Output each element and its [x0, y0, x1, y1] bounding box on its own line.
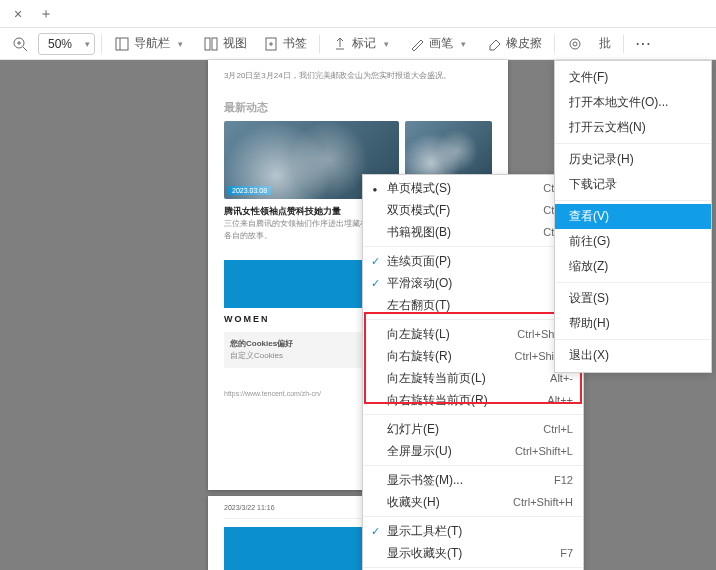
menu-separator	[363, 319, 583, 320]
radio-dot-icon	[367, 181, 383, 195]
menu-item-show-bookmarks[interactable]: 显示书签(M)...F12	[363, 469, 583, 491]
menu-label: 幻灯片(E)	[387, 421, 543, 438]
menu-label: 帮助(H)	[569, 315, 610, 332]
menu-item-rotate-left-current[interactable]: 向左旋转当前页(L)Alt+-	[363, 367, 583, 389]
toolbar-separator	[623, 35, 624, 53]
check-icon	[367, 524, 383, 538]
menu-item-open-cloud[interactable]: 打开云文档(N)	[555, 115, 711, 140]
menu-label: 书籍视图(B)	[387, 224, 543, 241]
menu-item-rotate-left[interactable]: 向左旋转(L)Ctrl+Shift+-	[363, 323, 583, 345]
svg-point-12	[570, 39, 580, 49]
menu-label: 退出(X)	[569, 347, 609, 364]
menu-item-view[interactable]: 查看(V)	[555, 204, 711, 229]
menu-item-single-page[interactable]: 单页模式(S)Ctrl+6	[363, 177, 583, 199]
nav-panel-button[interactable]: 导航栏▾	[108, 31, 193, 57]
menu-shortcut: Ctrl+Shift+L	[515, 445, 573, 457]
more-icon[interactable]: ···	[630, 31, 658, 57]
menu-label: 设置(S)	[569, 290, 609, 307]
menu-item-goto[interactable]: 前往(G)	[555, 229, 711, 254]
menu-item-book-view[interactable]: 书籍视图(B)Ctrl+8	[363, 221, 583, 243]
menu-item-fullscreen[interactable]: 全屏显示(U)Ctrl+Shift+L	[363, 440, 583, 462]
svg-line-1	[23, 47, 27, 51]
menu-label: 打开本地文件(O)...	[569, 94, 668, 111]
page-topline: 3月20日至3月24日，我们完美邮政金山为您实时报道大会盛况。	[224, 70, 492, 82]
svg-point-13	[573, 42, 577, 46]
menu-label: 向右旋转(R)	[387, 348, 515, 365]
check-icon	[367, 276, 383, 290]
close-tab-icon[interactable]: ×	[8, 4, 28, 24]
photo-thumb	[405, 121, 492, 181]
menu-separator	[363, 516, 583, 517]
chevron-down-icon: ▾	[174, 39, 187, 49]
section-heading: 最新动态	[224, 100, 492, 115]
menu-item-slideshow[interactable]: 幻灯片(E)Ctrl+L	[363, 418, 583, 440]
menu-label: 前往(G)	[569, 233, 610, 250]
menu-separator	[555, 200, 711, 201]
menu-label: 平滑滚动(O)	[387, 275, 573, 292]
menu-item-show-favorites[interactable]: 显示收藏夹(T)F7	[363, 542, 583, 564]
menu-label: 左右翻页(T)	[387, 297, 573, 314]
menu-item-zoom[interactable]: 缩放(Z)	[555, 254, 711, 279]
menu-separator	[363, 465, 583, 466]
menu-label: 打开云文档(N)	[569, 119, 646, 136]
chevron-down-icon: ▾	[457, 39, 470, 49]
svg-rect-7	[212, 38, 217, 50]
check-icon	[367, 254, 383, 268]
tab-strip: × ＋	[0, 0, 716, 28]
menu-shortcut: Alt++	[547, 394, 573, 406]
nav-panel-label: 导航栏	[134, 35, 170, 52]
view-button[interactable]: 视图	[197, 31, 253, 57]
toolbar-separator	[101, 35, 102, 53]
menu-separator	[363, 246, 583, 247]
menu-item-help[interactable]: 帮助(H)	[555, 311, 711, 336]
menu-label: 向左旋转当前页(L)	[387, 370, 550, 387]
chevron-down-icon: ▾	[81, 39, 94, 49]
menu-item-double-page[interactable]: 双页模式(F)Ctrl+7	[363, 199, 583, 221]
menu-item-rotate-right-current[interactable]: 向右旋转当前页(R)Alt++	[363, 389, 583, 411]
menu-item-smooth-scroll[interactable]: 平滑滚动(O)	[363, 272, 583, 294]
menu-label: 向右旋转当前页(R)	[387, 392, 547, 409]
menu-separator	[363, 414, 583, 415]
main-menu-dropdown: 文件(F) 打开本地文件(O)... 打开云文档(N) 历史记录(H) 下载记录…	[554, 60, 712, 373]
zoom-value: 50%	[39, 37, 81, 51]
menu-label: 全屏显示(U)	[387, 443, 515, 460]
menu-item-show-toolbar[interactable]: 显示工具栏(T)	[363, 520, 583, 542]
page2-timestamp: 2023/3/22 11:16	[224, 504, 275, 514]
new-tab-icon[interactable]: ＋	[36, 4, 56, 24]
toolbar-separator	[554, 35, 555, 53]
menu-item-lr-flip[interactable]: 左右翻页(T)	[363, 294, 583, 316]
view-submenu: 单页模式(S)Ctrl+6 双页模式(F)Ctrl+7 书籍视图(B)Ctrl+…	[362, 174, 584, 570]
menu-item-open-local[interactable]: 打开本地文件(O)...	[555, 90, 711, 115]
brush-button[interactable]: 画笔▾	[403, 31, 476, 57]
menu-item-settings[interactable]: 设置(S)	[555, 286, 711, 311]
zoom-in-icon[interactable]	[6, 31, 34, 57]
toolbar: 50% ▾ 导航栏▾ 视图 书签 标记▾ 画笔▾ 橡皮擦 批 ···	[0, 28, 716, 60]
menu-item-exit[interactable]: 退出(X)	[555, 343, 711, 368]
menu-item-continuous[interactable]: 连续页面(P)	[363, 250, 583, 272]
menu-item-downloads[interactable]: 下载记录	[555, 172, 711, 197]
menu-item-favorites[interactable]: 收藏夹(H)Ctrl+Shift+H	[363, 491, 583, 513]
svg-rect-4	[116, 38, 128, 50]
chevron-down-icon: ▾	[380, 39, 393, 49]
menu-label: 收藏夹(H)	[387, 494, 513, 511]
menu-label: 显示工具栏(T)	[387, 523, 573, 540]
mark-button[interactable]: 标记▾	[326, 31, 399, 57]
menu-shortcut: F12	[554, 474, 573, 486]
menu-item-rotate-right[interactable]: 向右旋转(R)Ctrl+Shift++	[363, 345, 583, 367]
bookmark-button[interactable]: 书签	[257, 31, 313, 57]
menu-label: 单页模式(S)	[387, 180, 543, 197]
menu-label: 查看(V)	[569, 208, 609, 225]
menu-shortcut: F7	[560, 547, 573, 559]
menu-separator	[555, 282, 711, 283]
menu-separator	[555, 143, 711, 144]
batch-label: 批	[599, 35, 611, 52]
menu-label: 显示书签(M)...	[387, 472, 554, 489]
menu-label: 向左旋转(L)	[387, 326, 517, 343]
eraser-button[interactable]: 橡皮擦	[480, 31, 548, 57]
batch-button[interactable]: 批	[593, 31, 617, 57]
menu-item-file[interactable]: 文件(F)	[555, 65, 711, 90]
settings-icon[interactable]	[561, 31, 589, 57]
menu-label: 连续页面(P)	[387, 253, 573, 270]
menu-item-history[interactable]: 历史记录(H)	[555, 147, 711, 172]
zoom-select[interactable]: 50% ▾	[38, 33, 95, 55]
